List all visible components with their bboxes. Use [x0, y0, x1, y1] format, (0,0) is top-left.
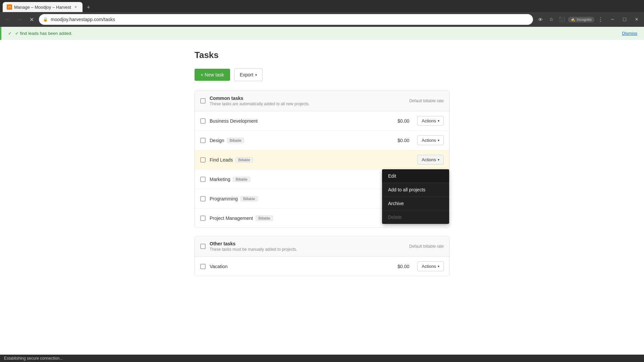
incognito-label: Incognito: [577, 17, 592, 21]
task-name-programming: Programming Billable: [210, 196, 385, 201]
page-content: ✓ ✓ find leads has been added. Dismiss T…: [0, 27, 644, 362]
task-checkbox-project-management[interactable]: [200, 216, 206, 221]
actions-chevron-icon: ▾: [438, 138, 439, 142]
task-name-project-management: Project Management Billable: [210, 216, 385, 221]
bookmark-button[interactable]: ☆: [546, 15, 556, 24]
task-checkbox-programming[interactable]: [200, 196, 206, 201]
tab-title: Manage – Moodjoy – Harvest: [14, 5, 71, 10]
task-billable-badge-marketing: Billable: [233, 177, 250, 182]
close-window-button[interactable]: ×: [632, 15, 641, 24]
task-name-business-development: Business Development: [210, 118, 385, 124]
banner-icon: ✓: [8, 31, 12, 36]
common-tasks-subtitle: These tasks are automatically added to a…: [210, 102, 310, 106]
common-tasks-title: Common tasks: [210, 96, 310, 101]
address-text: moodjoy.harvestapp.com/tasks: [51, 17, 115, 22]
banner-message: ✓ find leads has been added.: [15, 31, 72, 36]
browser-actions: 👁 ☆ ⬛ 🕵 Incognito ⋮: [536, 15, 605, 24]
export-label: Export: [240, 72, 253, 77]
dropdown-item-edit[interactable]: Edit: [382, 169, 449, 183]
dropdown-item-add-to-all[interactable]: Add to all projects: [382, 183, 449, 197]
incognito-badge: 🕵 Incognito: [568, 17, 594, 22]
extensions-button[interactable]: ⋮: [596, 15, 605, 24]
actions-chevron-icon: ▾: [438, 119, 439, 123]
task-name-find-leads: Find Leads Billable: [210, 157, 385, 163]
task-checkbox-business-development[interactable]: [200, 118, 206, 124]
other-tasks-header: Other tasks These tasks must be manually…: [195, 236, 449, 257]
task-billable-badge-project-management: Billable: [256, 216, 273, 221]
action-bar: + New task Export ▾: [195, 68, 449, 81]
minimize-button[interactable]: −: [608, 15, 617, 24]
task-checkbox-design[interactable]: [200, 138, 206, 143]
refresh-button[interactable]: ✕: [27, 15, 36, 24]
other-tasks-section: Other tasks These tasks must be manually…: [195, 236, 449, 276]
active-tab[interactable]: H Manage – Moodjoy – Harvest ×: [3, 2, 83, 12]
actions-button-find-leads[interactable]: Actions ▾: [417, 155, 444, 165]
page-title: Tasks: [195, 50, 449, 60]
common-tasks-header: Common tasks These tasks are automatical…: [195, 91, 449, 111]
task-name-vacation: Vacation: [210, 264, 385, 269]
task-checkbox-find-leads[interactable]: [200, 157, 206, 163]
actions-dropdown-find-leads: Edit Add to all projects Archive Delete: [382, 169, 449, 224]
main-content: Tasks + New task Export ▾ Common tasks T…: [188, 40, 456, 294]
dropdown-item-archive[interactable]: Archive: [382, 197, 449, 210]
success-banner: ✓ ✓ find leads has been added. Dismiss: [0, 27, 644, 40]
address-bar[interactable]: 🔒 moodjoy.harvestapp.com/tasks: [39, 14, 533, 25]
address-lock-icon: 🔒: [43, 17, 48, 22]
banner-dismiss-link[interactable]: Dismiss: [622, 31, 638, 36]
status-bar: Establishing secure connection...: [0, 355, 644, 362]
task-checkbox-marketing[interactable]: [200, 177, 206, 182]
browser-toolbar: ← → ✕ 🔒 moodjoy.harvestapp.com/tasks 👁 ☆…: [0, 12, 644, 27]
other-tasks-header-info: Other tasks These tasks must be manually…: [210, 241, 297, 252]
task-name-design: Design Billable: [210, 138, 385, 143]
task-amount-vacation: $0.00: [389, 264, 409, 269]
actions-button-business-development[interactable]: Actions ▾: [417, 116, 444, 126]
actions-button-vacation[interactable]: Actions ▾: [417, 261, 444, 271]
forward-button[interactable]: →: [15, 15, 24, 24]
new-tab-button[interactable]: +: [84, 3, 93, 12]
browser-chrome: H Manage – Moodjoy – Harvest × + ← → ✕ 🔒…: [0, 0, 644, 27]
status-text: Establishing secure connection...: [4, 356, 63, 361]
tab-close-button[interactable]: ×: [73, 4, 78, 10]
actions-chevron-icon: ▾: [438, 264, 439, 268]
task-billable-badge-design: Billable: [227, 138, 244, 143]
export-chevron-icon: ▾: [255, 73, 257, 77]
dropdown-item-delete: Delete: [382, 210, 449, 224]
sidebar-button[interactable]: ⬛: [557, 15, 567, 24]
other-tasks-subtitle: These tasks must be manually added to pr…: [210, 247, 297, 252]
common-tasks-section: Common tasks These tasks are automatical…: [195, 90, 449, 228]
other-tasks-title: Other tasks: [210, 241, 297, 246]
common-tasks-header-info: Common tasks These tasks are automatical…: [210, 96, 310, 106]
other-tasks-select-all[interactable]: [200, 244, 206, 249]
new-task-button[interactable]: + New task: [195, 69, 230, 81]
export-button[interactable]: Export ▾: [234, 68, 263, 81]
visibility-off-button[interactable]: 👁: [536, 15, 545, 24]
task-billable-badge-programming: Billable: [240, 196, 258, 201]
task-billable-badge-find-leads: Billable: [235, 157, 253, 163]
browser-tabs: H Manage – Moodjoy – Harvest × +: [0, 0, 644, 12]
common-tasks-header-right: Default billable rate: [409, 99, 444, 103]
task-amount-business-development: $0.00: [389, 118, 409, 124]
maximize-button[interactable]: □: [620, 15, 629, 24]
task-checkbox-vacation[interactable]: [200, 264, 206, 269]
tab-favicon: H: [7, 4, 12, 10]
actions-chevron-icon: ▾: [438, 158, 439, 162]
back-button[interactable]: ←: [3, 15, 12, 24]
actions-button-design[interactable]: Actions ▾: [417, 135, 444, 145]
section-select-all-checkbox[interactable]: [200, 98, 206, 104]
task-row-business-development: Business Development $0.00 Actions ▾: [195, 111, 449, 131]
other-tasks-header-right: Default billable rate: [409, 244, 444, 249]
task-row-vacation: Vacation $0.00 Actions ▾: [195, 257, 449, 276]
task-amount-design: $0.00: [389, 138, 409, 143]
task-row-design: Design Billable $0.00 Actions ▾: [195, 131, 449, 150]
task-name-marketing: Marketing Billable: [210, 177, 385, 182]
task-row-find-leads: Find Leads Billable Actions ▾ Edit Add t…: [195, 150, 449, 170]
incognito-icon: 🕵: [571, 17, 575, 22]
